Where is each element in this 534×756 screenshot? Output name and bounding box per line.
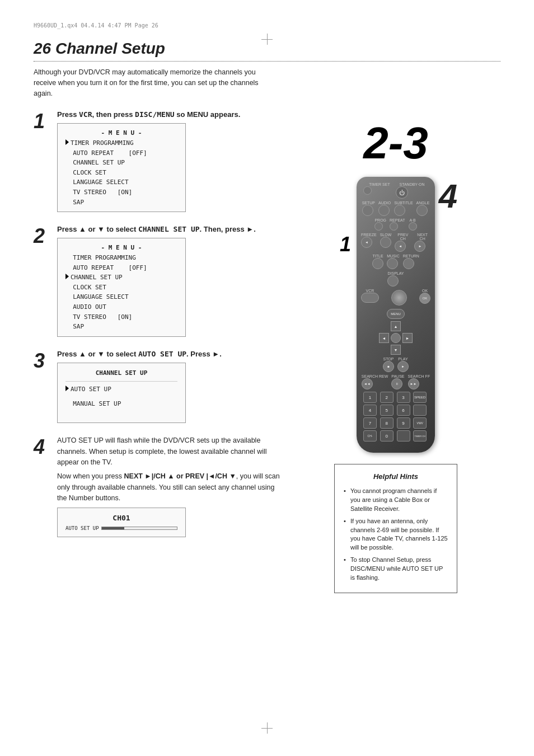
ff-button[interactable]: ►► — [408, 378, 419, 389]
slow-button[interactable] — [380, 237, 391, 248]
rew-btn-area: SEARCH REW ◄◄ — [362, 374, 388, 389]
dpad-up[interactable]: ▲ — [391, 321, 401, 331]
page-title: 26 Channel Setup — [34, 40, 165, 58]
num-6[interactable]: 6 — [397, 405, 410, 416]
num-vwv[interactable]: VWV — [413, 417, 427, 429]
setup-button[interactable] — [362, 205, 373, 216]
step-2-instruction: Press ▲ or ▼ to select CHANNEL SET UP. T… — [57, 224, 280, 234]
rew-button[interactable]: ◄◄ — [362, 378, 373, 389]
dpad-center[interactable] — [391, 333, 401, 343]
menu-item-1-6: TV STEREO [ON] — [65, 187, 177, 198]
stop-button[interactable]: ■ — [383, 361, 394, 372]
channel-item-auto: AUTO SET UP — [65, 384, 177, 395]
ok-button[interactable]: OK — [419, 293, 430, 304]
prog-button[interactable] — [374, 222, 383, 231]
play-button[interactable]: ► — [397, 361, 409, 372]
page-container: H9660UD_1.qx4 04.4.14 4:47 PM Page 26 26… — [0, 0, 534, 756]
remote-timer-label: TIMER SET — [363, 182, 396, 195]
remote-row-vcr: VCR OK OK — [361, 289, 430, 307]
step-4-number: 4 — [34, 435, 50, 459]
remote-row-2: PROG REPEAT A·B — [361, 218, 430, 231]
skip-prev-button[interactable]: ◄ — [395, 241, 406, 252]
num-speed[interactable]: SPEED — [413, 392, 427, 403]
vcr-btn-area: VCR — [361, 289, 379, 307]
progress-bar-area: AUTO SET UP — [65, 525, 177, 531]
remote-row-1: SETUP AUDIO SUBTITLE ANGLE — [361, 201, 430, 216]
return-btn-area: RETURN — [403, 254, 419, 269]
header-meta: H9660UD_1.qx4 04.4.14 4:47 PM Page 26 — [34, 22, 500, 29]
num-timer-ch[interactable]: TIMER CH — [413, 430, 427, 442]
num-3[interactable]: 3 — [397, 392, 410, 403]
menu-item-1-3: CHANNEL SET UP — [65, 158, 177, 168]
step-1-instruction: Press VCR, then press DISC/MENU so MENU … — [57, 110, 280, 120]
audio-button[interactable] — [378, 205, 390, 216]
display-btn-area: DISPLAY — [387, 271, 404, 287]
num-0[interactable]: 0 — [380, 430, 394, 442]
step-1: 1 Press VCR, then press DISC/MENU so MEN… — [34, 110, 280, 212]
num-5[interactable]: 5 — [380, 405, 394, 416]
num-1[interactable]: 1 — [363, 392, 377, 403]
step-1-body: Press VCR, then press DISC/MENU so MENU … — [57, 110, 280, 212]
menu-item-2-5: LANGUAGE SELECT — [65, 292, 177, 302]
remote-row-menu: MENU — [361, 309, 430, 319]
remote-row-3: FREEZE ◄ SLOW PREV CH ◄ NEXT CH — [361, 233, 430, 252]
crosshair-top — [261, 34, 273, 45]
ff-btn-area: SEARCH FF ►► — [408, 374, 430, 389]
hint-item-1: You cannot program channels if you are u… — [344, 487, 448, 514]
pause-btn-area: PAUSE II — [391, 374, 404, 389]
hint-item-3: To stop Channel Setup, press DISC/MENU w… — [344, 556, 448, 583]
standby-button[interactable]: ⏻ — [396, 186, 408, 199]
num-4[interactable]: 4 — [363, 405, 377, 416]
menu-item-2-7: TV STEREO [ON] — [65, 312, 177, 322]
display-button[interactable] — [387, 275, 399, 287]
menu-item-1-5: LANGUAGE SELECT — [65, 177, 177, 187]
vcr-button[interactable] — [361, 293, 379, 303]
step-1-remote-indicator: 1 — [340, 233, 351, 256]
return-button[interactable] — [403, 258, 414, 269]
num-9[interactable]: 9 — [397, 417, 410, 429]
num-7[interactable]: 7 — [363, 417, 377, 429]
menu-button[interactable]: MENU — [387, 309, 405, 319]
pause-button[interactable]: II — [391, 378, 402, 389]
dpad-left[interactable]: ◄ — [379, 333, 389, 343]
power-icon: ⏻ — [399, 190, 405, 196]
music-button[interactable] — [387, 258, 398, 269]
num-2[interactable]: 2 — [380, 392, 394, 403]
num-blank — [413, 405, 427, 416]
num-ch-prev[interactable]: CH- — [363, 430, 377, 442]
skip-prev-btn-area: PREV CH ◄ — [395, 233, 411, 252]
big-step-23: 2-3 — [363, 121, 428, 166]
menu-item-1-1: TIMER PROGRAMMING — [65, 138, 177, 148]
hints-list: You cannot program channels if you are u… — [344, 487, 448, 583]
repeat-button[interactable] — [390, 222, 398, 231]
menu-item-1-4: CLOCK SET — [65, 168, 177, 178]
step-3-number: 3 — [34, 349, 50, 373]
menu-title-2: - M E N U - — [65, 243, 177, 253]
step-4-indicator: 4 — [439, 177, 457, 215]
step-2-menu-box: - M E N U - TIMER PROGRAMMING AUTO REPEA… — [57, 238, 186, 336]
step-4-body: AUTO SET UP will flash while the DVD/VCR… — [57, 435, 280, 537]
step-4-display-box: CH01 AUTO SET UP — [57, 508, 186, 537]
num-blank2 — [397, 430, 410, 442]
title-button[interactable] — [372, 258, 383, 269]
dpad-right[interactable]: ► — [402, 333, 413, 343]
remote-row-display: DISPLAY — [361, 271, 430, 287]
left-column: 1 Press VCR, then press DISC/MENU so MEN… — [34, 110, 280, 549]
skip-next-button[interactable]: ► — [414, 241, 425, 252]
dpad-down[interactable]: ▼ — [391, 345, 401, 355]
subtitle-button[interactable] — [394, 205, 405, 216]
num-8[interactable]: 8 — [380, 417, 394, 429]
ab-button[interactable] — [409, 222, 417, 231]
freeze-button[interactable]: ◄ — [361, 237, 372, 248]
music-btn-area: MUSIC — [387, 254, 400, 269]
progress-fill — [102, 527, 124, 529]
skip-next-btn-area: NEXT CH ► — [414, 233, 430, 252]
numpad: 1 2 3 SPEED 4 5 6 7 8 9 VWV CH- 0 — [361, 392, 430, 442]
step-3: 3 Press ▲ or ▼ to select AUTO SET UP. Pr… — [34, 349, 280, 424]
step-2-body: Press ▲ or ▼ to select CHANNEL SET UP. T… — [57, 224, 280, 337]
timer-set-button[interactable] — [363, 186, 372, 195]
remote-control: TIMER SET STANDBY·ON ⏻ SE — [357, 177, 435, 453]
step-2-number: 2 — [34, 224, 50, 248]
angle-button[interactable] — [416, 205, 428, 216]
dpad: ▲ ◄ ► ▼ — [379, 321, 413, 355]
